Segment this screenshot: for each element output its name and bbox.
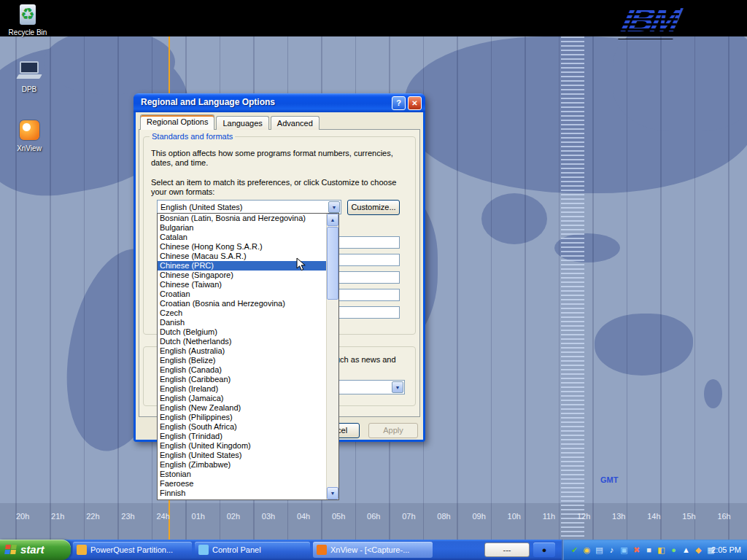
tray-icon-8[interactable]: ◧	[656, 545, 667, 556]
language-option[interactable]: Dutch (Netherlands)	[158, 337, 326, 346]
tray-icon-3[interactable]: ▤	[594, 545, 605, 556]
language-option[interactable]: English (Canada)	[158, 365, 326, 375]
timezone-hour-label: 09h	[472, 512, 485, 521]
timezone-hour-label: 20h	[16, 512, 29, 521]
language-option[interactable]: Chinese (Hong Kong S.A.R.)	[158, 242, 326, 252]
tab-advanced[interactable]: Advanced	[271, 116, 320, 130]
laptop-icon	[17, 60, 42, 83]
language-option[interactable]: English (New Zealand)	[158, 403, 326, 413]
task-button-2[interactable]: Control Panel	[195, 542, 310, 558]
language-option[interactable]: English (South Africa)	[158, 422, 326, 432]
language-option[interactable]: Catalan	[158, 233, 326, 242]
language-option[interactable]: Faeroese	[158, 479, 326, 489]
scroll-down-icon[interactable]: ▼	[327, 487, 338, 499]
desktop-icon-xnview[interactable]: XnView	[6, 119, 53, 152]
tab-regional-options[interactable]: Regional Options	[140, 114, 214, 130]
icon-label: DPB	[6, 85, 53, 93]
language-option[interactable]: Croatian (Bosnia and Herzegovina)	[158, 299, 326, 308]
timezone-hour-label: 08h	[437, 512, 450, 521]
icon-label: Recycle Bin	[4, 28, 51, 36]
tray-icon-2[interactable]: ◉	[581, 545, 592, 556]
tray-icon-4[interactable]: ♪	[606, 545, 617, 556]
tray-icons: ✔◉▤♪▣✖■◧●▲◆▦	[569, 545, 716, 556]
taskbar-clock[interactable]: 2:05 PM	[711, 540, 741, 560]
scrollbar-thumb[interactable]	[327, 227, 338, 300]
regional-and-language-options-dialog: Regional and Language Options ? ✕ Region…	[133, 93, 425, 442]
language-option[interactable]: English (Zimbabwe)	[158, 460, 326, 470]
tray-icon-7[interactable]: ■	[643, 545, 654, 556]
group-title: Standards and formats	[150, 132, 235, 141]
language-option[interactable]: Estonian	[158, 470, 326, 479]
timezone-hours-row: 20h21h22h23h24h01h02h03h04h05h06h07h08h0…	[16, 512, 731, 521]
gmt-label: GMT	[600, 475, 618, 484]
timezone-hour-label: 13h	[612, 512, 625, 521]
format-instruction-text: Select an item to match its preferences,…	[151, 178, 403, 197]
chevron-down-icon[interactable]: ▼	[328, 201, 340, 213]
date-line-hatch	[561, 36, 584, 540]
dialog-title: Regional and Language Options	[141, 97, 275, 107]
help-button[interactable]: ?	[392, 96, 406, 110]
system-tray: ✔◉▤♪▣✖■◧●▲◆▦ 2:05 PM	[562, 540, 747, 560]
icon-label: XnView	[6, 144, 53, 152]
timezone-hour-label: 02h	[227, 512, 240, 521]
tray-icon-9[interactable]: ●	[668, 545, 679, 556]
language-option[interactable]: Croatian	[158, 289, 326, 299]
recycle-bin-icon: ♻	[15, 3, 40, 26]
language-list-items: Bosnian (Latin, Bosnia and Herzegovina)B…	[158, 214, 326, 499]
start-button[interactable]: start	[0, 540, 71, 560]
language-option[interactable]: English (Belize)	[158, 356, 326, 365]
language-option[interactable]: English (Philippines)	[158, 413, 326, 422]
language-option[interactable]: Bosnian (Latin, Bosnia and Herzegovina)	[158, 214, 326, 223]
timezone-hour-label: 03h	[262, 512, 275, 521]
language-option[interactable]: English (Caribbean)	[158, 375, 326, 384]
language-option[interactable]: Dutch (Belgium)	[158, 327, 326, 337]
desktop-icon-recycle-bin[interactable]: ♻ Recycle Bin	[4, 3, 51, 36]
xnview-icon	[17, 119, 42, 142]
tab-strip: Regional OptionsLanguagesAdvanced	[140, 115, 321, 130]
customize-button[interactable]: Customize...	[347, 200, 400, 215]
dialog-titlebar[interactable]: Regional and Language Options ? ✕	[133, 93, 425, 112]
timezone-hour-label: 07h	[402, 512, 415, 521]
chevron-down-icon[interactable]: ▼	[392, 381, 403, 393]
language-option[interactable]: Chinese (Taiwan)	[158, 280, 326, 289]
timezone-hour-label: 01h	[192, 512, 205, 521]
tray-icon-10[interactable]: ▲	[681, 545, 692, 556]
language-option[interactable]: Danish	[158, 318, 326, 327]
mouse-cursor-icon	[296, 257, 309, 274]
combobox-value: English (United States)	[160, 203, 243, 211]
apply-button: Apply	[368, 423, 418, 438]
taskbar-icon-button[interactable]: ●	[533, 542, 555, 557]
language-option[interactable]: English (Jamaica)	[158, 394, 326, 403]
timezone-hour-label: 22h	[86, 512, 99, 521]
language-option[interactable]: English (United Kingdom)	[158, 441, 326, 451]
desktop-icon-dpb[interactable]: DPB	[6, 60, 53, 93]
task-icon	[77, 545, 87, 555]
timezone-hour-label: 23h	[121, 512, 134, 521]
tray-icon-6[interactable]: ✖	[631, 545, 642, 556]
tab-languages[interactable]: Languages	[216, 116, 268, 130]
format-combobox[interactable]: English (United States) ▼	[157, 200, 341, 214]
close-button[interactable]: ✕	[408, 96, 422, 110]
language-option[interactable]: Czech	[158, 308, 326, 318]
format-description-text: This option affects how some programs fo…	[151, 149, 403, 168]
start-label: start	[20, 543, 44, 556]
scroll-up-icon[interactable]: ▲	[327, 214, 338, 226]
language-option[interactable]: English (Australia)	[158, 346, 326, 356]
list-scrollbar[interactable]: ▲ ▼	[326, 214, 338, 499]
tray-icon-1[interactable]: ✔	[569, 545, 580, 556]
tray-icon-5[interactable]: ▣	[619, 545, 630, 556]
language-option[interactable]: Bulgarian	[158, 223, 326, 233]
timezone-hour-label: 14h	[647, 512, 660, 521]
language-option[interactable]: English (Trinidad)	[158, 432, 326, 441]
tray-icon-11[interactable]: ◆	[693, 545, 704, 556]
taskbar-misc-button[interactable]: ---	[484, 542, 530, 557]
language-option[interactable]: English (Ireland)	[158, 384, 326, 394]
location-text-fragment: uch as news and	[336, 355, 396, 365]
timezone-hour-label: 21h	[51, 512, 64, 521]
language-option[interactable]: English (United States)	[158, 451, 326, 460]
timezone-hour-label: 10h	[508, 512, 521, 521]
task-button-3[interactable]: XnView - [<Capture-...	[313, 542, 433, 558]
task-icon	[198, 545, 209, 555]
task-button-1[interactable]: PowerQuest Partition...	[73, 542, 192, 558]
language-option[interactable]: Finnish	[158, 489, 326, 498]
